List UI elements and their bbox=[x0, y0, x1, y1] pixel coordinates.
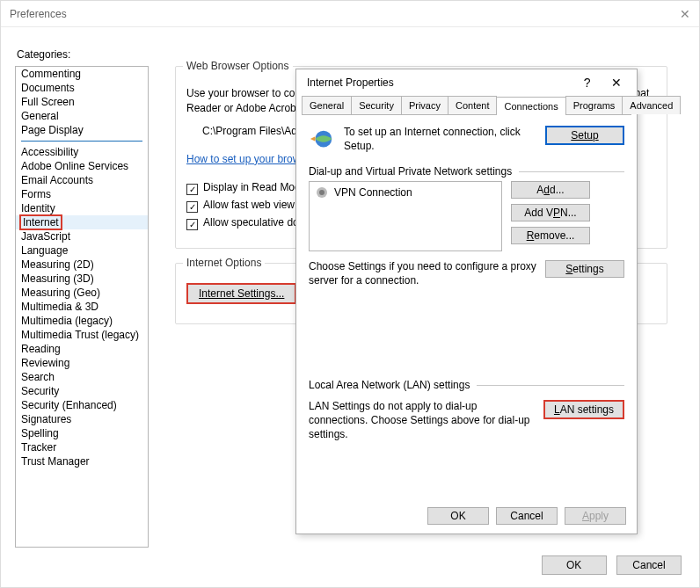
category-item[interactable]: Commenting bbox=[16, 67, 148, 81]
category-item[interactable]: Multimedia Trust (legacy) bbox=[16, 328, 148, 342]
remove-button[interactable]: Remove... bbox=[511, 227, 590, 244]
category-item[interactable]: Email Accounts bbox=[16, 173, 148, 187]
dialog-title: Internet Properties bbox=[307, 76, 394, 89]
internet-properties-dialog: Internet Properties ? ✕ GeneralSecurityP… bbox=[295, 69, 638, 534]
category-item[interactable]: Signatures bbox=[16, 412, 148, 426]
svg-point-2 bbox=[319, 190, 324, 195]
vpn-listbox[interactable]: VPN Connection bbox=[309, 181, 502, 251]
category-item[interactable]: Accessibility bbox=[16, 145, 148, 159]
ok-button[interactable]: OK bbox=[542, 555, 607, 575]
category-item[interactable]: Multimedia & 3D bbox=[16, 300, 148, 314]
categories-label: Categories: bbox=[17, 48, 685, 61]
group-title: Web Browser Options bbox=[183, 60, 293, 72]
category-item[interactable]: Measuring (3D) bbox=[16, 272, 148, 286]
tab-privacy[interactable]: Privacy bbox=[401, 96, 448, 114]
preferences-footer: OK Cancel bbox=[535, 555, 682, 575]
settings-button[interactable]: Settings bbox=[545, 260, 624, 278]
tab-general[interactable]: General bbox=[302, 96, 352, 114]
category-item[interactable]: Measuring (2D) bbox=[16, 258, 148, 272]
add-vpn-button[interactable]: Add VPN... bbox=[511, 204, 590, 221]
dialog-titlebar: Internet Properties ? ✕ bbox=[296, 69, 637, 96]
tab-security[interactable]: Security bbox=[351, 96, 402, 114]
globe-icon bbox=[309, 126, 335, 152]
tab-advanced[interactable]: Advanced bbox=[622, 96, 681, 114]
vpn-icon bbox=[315, 185, 329, 200]
vpn-item[interactable]: VPN Connection bbox=[315, 185, 496, 200]
lan-settings-button[interactable]: LAN settings bbox=[543, 400, 624, 419]
category-separator bbox=[21, 141, 142, 142]
category-item[interactable]: Search bbox=[16, 370, 148, 384]
group-title: Internet Options bbox=[183, 257, 265, 269]
category-item[interactable]: Spelling bbox=[16, 426, 148, 440]
category-item[interactable]: Trust Manager bbox=[16, 454, 148, 468]
category-item[interactable]: Tracker bbox=[16, 440, 148, 454]
lan-text: LAN Settings do not apply to dial-up con… bbox=[309, 400, 535, 441]
ok-button[interactable]: OK bbox=[427, 507, 489, 525]
close-icon[interactable]: ✕ bbox=[680, 1, 690, 26]
category-item[interactable]: Security bbox=[16, 384, 148, 398]
category-item[interactable]: Multimedia (legacy) bbox=[16, 314, 148, 328]
category-item[interactable]: JavaScript bbox=[16, 229, 148, 243]
cancel-button[interactable]: Cancel bbox=[616, 555, 682, 575]
close-icon[interactable]: ✕ bbox=[603, 76, 630, 90]
lan-section-title: Local Area Network (LAN) settings bbox=[309, 379, 470, 391]
dialog-tabs: GeneralSecurityPrivacyContentConnections… bbox=[302, 96, 631, 115]
internet-settings-button[interactable]: Internet Settings... bbox=[186, 283, 296, 304]
category-item[interactable]: Measuring (Geo) bbox=[16, 286, 148, 300]
help-icon[interactable]: ? bbox=[574, 76, 601, 90]
preferences-titlebar: Preferences ✕ bbox=[1, 1, 699, 27]
apply-button[interactable]: Apply bbox=[565, 507, 626, 525]
category-item[interactable]: Reviewing bbox=[16, 356, 148, 370]
category-item[interactable]: Internet bbox=[16, 215, 148, 229]
categories-listbox[interactable]: CommentingDocumentsFull ScreenGeneralPag… bbox=[15, 66, 149, 548]
preferences-title: Preferences bbox=[10, 1, 67, 26]
tab-programs[interactable]: Programs bbox=[565, 96, 623, 114]
setup-text: To set up an Internet connection, click … bbox=[344, 126, 536, 153]
dialup-section-title: Dial-up and Virtual Private Network sett… bbox=[309, 165, 512, 178]
category-item[interactable]: Documents bbox=[16, 81, 148, 95]
category-item[interactable]: Language bbox=[16, 243, 148, 258]
category-item[interactable]: Identity bbox=[16, 201, 148, 215]
setup-button[interactable]: Setup bbox=[545, 126, 624, 145]
category-item[interactable]: Reading bbox=[16, 342, 148, 356]
add-button[interactable]: Add... bbox=[511, 181, 590, 199]
cancel-button[interactable]: Cancel bbox=[496, 507, 558, 525]
category-item[interactable]: General bbox=[16, 109, 148, 123]
category-item[interactable]: Page Display bbox=[16, 123, 148, 137]
tab-content[interactable]: Content bbox=[448, 96, 498, 114]
category-item[interactable]: Full Screen bbox=[16, 95, 148, 109]
proxy-text: Choose Settings if you need to configure… bbox=[309, 260, 536, 287]
wbo-help-link[interactable]: How to set up your brow bbox=[186, 153, 300, 165]
category-item[interactable]: Security (Enhanced) bbox=[16, 398, 148, 412]
category-item[interactable]: Forms bbox=[16, 187, 148, 201]
dialog-footer: OK Cancel Apply bbox=[427, 507, 626, 525]
tab-connections[interactable]: Connections bbox=[496, 97, 565, 115]
category-item[interactable]: Adobe Online Services bbox=[16, 159, 148, 173]
